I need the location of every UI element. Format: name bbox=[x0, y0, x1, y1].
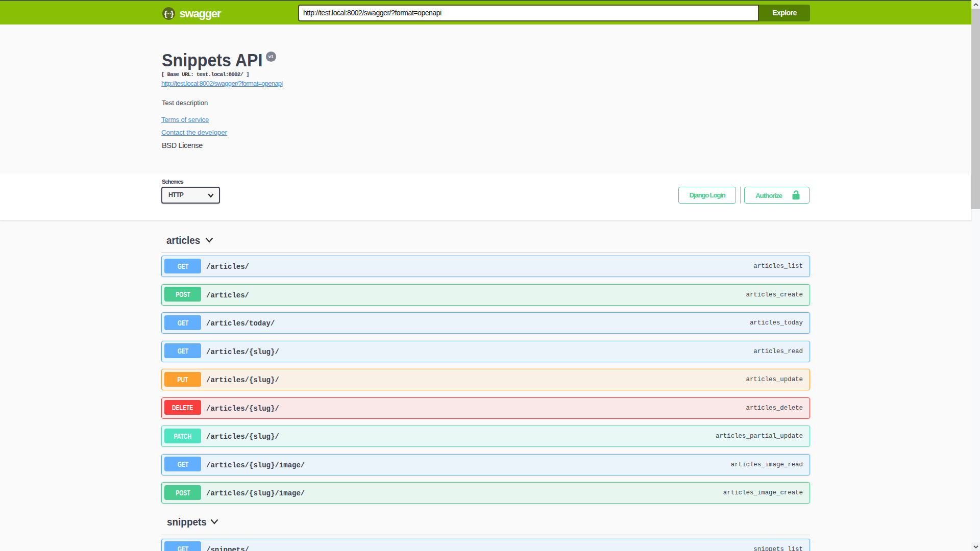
svg-text:}: } bbox=[170, 9, 174, 18]
